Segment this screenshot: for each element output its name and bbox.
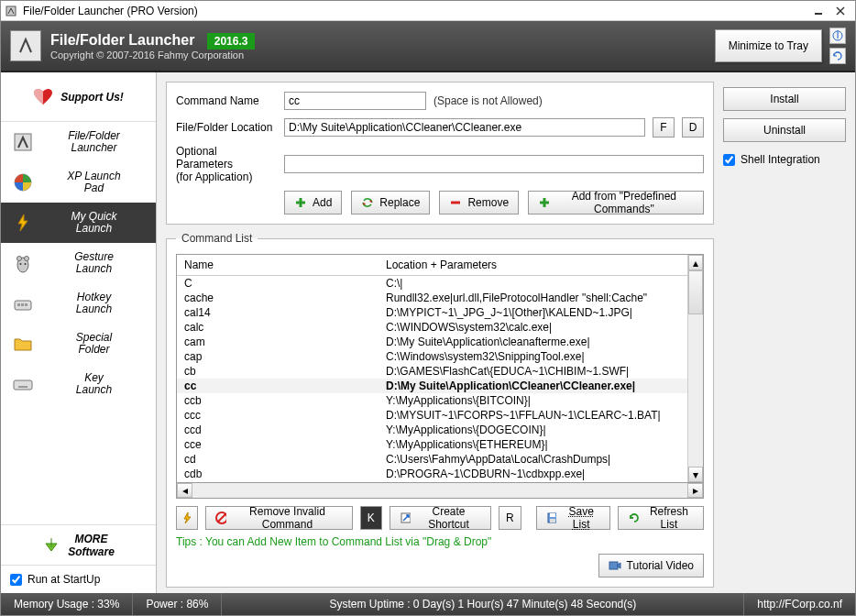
svg-rect-17 — [14, 380, 32, 390]
version-badge: 2016.3 — [207, 33, 256, 50]
svg-rect-15 — [21, 303, 24, 306]
run-at-startup-checkbox[interactable] — [10, 574, 22, 586]
replace-icon — [361, 196, 374, 209]
command-form: Command Name (Space is not Allowed) File… — [166, 82, 714, 225]
close-button[interactable] — [829, 3, 851, 19]
remove-invalid-button[interactable]: Remove Invalid Command — [205, 506, 352, 530]
table-row[interactable]: cccD:\MYSUIT~1\FCORPS~1\FFLAUN~1\CLEARC~… — [177, 408, 687, 423]
sidebar-item-label: Gesture Launch — [43, 251, 145, 275]
table-row[interactable]: CC:\| — [177, 276, 687, 292]
horizontal-scrollbar[interactable]: ◂ ▸ — [176, 483, 704, 499]
status-memory: Memory Usage : 33% — [1, 593, 133, 615]
save-icon — [546, 512, 557, 524]
tutorial-video-button[interactable]: Tutorial Video — [598, 554, 704, 578]
table-row[interactable]: cdbD:\PROGRA~1\CDBURN~1\cdbxpp.exe| — [177, 467, 687, 481]
copyright-text: Copyright © 2007-2016 Fahmy Corporation — [50, 50, 715, 60]
col-header-location[interactable]: Location + Parameters — [379, 255, 687, 276]
status-uptime: System Uptime : 0 Day(s) 1 Hour(s) 47 Mi… — [222, 593, 744, 615]
heart-icon — [33, 88, 53, 106]
add-button[interactable]: Add — [284, 191, 342, 214]
sidebar-item-label: Hotkey Launch — [43, 292, 145, 315]
run-at-startup-label: Run at StartUp — [27, 573, 100, 586]
plus-icon — [294, 196, 307, 209]
table-row[interactable]: calcC:\WINDOWS\system32\calc.exe| — [177, 320, 687, 335]
browse-folder-button[interactable]: D — [682, 117, 704, 138]
sidebar-item-xp-launch-pad[interactable]: XP Launch Pad — [1, 162, 156, 203]
info-icon[interactable]: i — [829, 28, 846, 44]
scroll-up-arrow[interactable]: ▴ — [688, 255, 703, 270]
refresh-icon[interactable] — [829, 48, 846, 64]
params-input[interactable] — [284, 155, 704, 173]
table-row[interactable]: ccdY:\MyApplications\{DOGECOIN}| — [177, 423, 687, 437]
svg-rect-14 — [17, 303, 20, 306]
sidebar-item-hotkey-launch[interactable]: Hotkey Launch — [1, 283, 156, 324]
create-shortcut-button[interactable]: Create Shortcut — [390, 506, 491, 530]
svg-rect-22 — [18, 386, 27, 388]
install-button[interactable]: Install — [723, 87, 846, 111]
command-name-label: Command Name — [176, 94, 277, 107]
sidebar-item-label: File/Folder Launcher — [43, 130, 145, 154]
browse-file-button[interactable]: F — [653, 117, 675, 138]
table-row[interactable]: cceY:\MyApplications\{ETHEREUM}| — [177, 437, 687, 452]
sidebar-item-my-quick-launch[interactable]: My Quick Launch — [1, 203, 156, 243]
minimize-to-tray-button[interactable]: Minimize to Tray — [715, 29, 822, 62]
status-url: http://FCorp.co.nf — [744, 593, 855, 615]
keyboard-icon — [12, 373, 34, 395]
more-label: MORE Software — [68, 533, 115, 558]
location-input[interactable] — [284, 118, 645, 137]
params-label: Optional Parameters (for Application) — [176, 145, 277, 183]
support-us-button[interactable]: Support Us! — [1, 72, 156, 122]
svg-point-10 — [25, 257, 29, 261]
sidebar-item-gesture-launch[interactable]: Gesture Launch — [1, 243, 156, 283]
command-list-legend: Command List — [176, 232, 258, 245]
status-power: Power : 86% — [133, 593, 222, 615]
scroll-right-arrow[interactable]: ▸ — [687, 483, 703, 498]
replace-button[interactable]: Replace — [351, 191, 430, 214]
table-row[interactable]: camD:\My Suite\Application\cleanafterme.… — [177, 335, 687, 349]
table-row[interactable]: ccbY:\MyApplications\{BITCOIN}| — [177, 393, 687, 408]
sidebar-item-file-folder-launcher[interactable]: File/Folder Launcher — [1, 122, 156, 162]
window-title: File/Folder Launcher (PRO Version) — [23, 5, 807, 17]
folder-icon — [12, 333, 34, 355]
command-name-hint: (Space is not Allowed) — [433, 94, 543, 107]
sidebar-item-label: XP Launch Pad — [43, 170, 145, 194]
sidebar: Support Us! File/Folder Launcher XP Laun… — [1, 72, 157, 593]
launcher-icon — [12, 131, 34, 153]
table-row[interactable]: ccD:\My Suite\Application\CCleaner\CClea… — [177, 379, 687, 393]
vertical-scrollbar[interactable]: ▴ ▾ — [687, 255, 703, 482]
tips-text: Tips : You can Add New Item to Command L… — [176, 535, 704, 548]
scroll-down-arrow[interactable]: ▾ — [688, 467, 703, 482]
app-title: File/Folder Launcher — [50, 32, 194, 49]
table-row[interactable]: cal14D:\MYPICT~1\_JPG_J~1\[Other]\KALEND… — [177, 305, 687, 320]
command-name-input[interactable] — [284, 92, 426, 110]
minimize-button[interactable] — [807, 3, 829, 19]
scroll-thumb[interactable] — [688, 270, 703, 314]
col-header-name[interactable]: Name — [177, 255, 379, 276]
sidebar-item-special-folder[interactable]: Special Folder — [1, 324, 156, 364]
refresh-list-button[interactable]: Refresh List — [618, 506, 704, 530]
scroll-left-arrow[interactable]: ◂ — [177, 483, 192, 498]
lightning-action-button[interactable] — [176, 506, 198, 530]
table-row[interactable]: cfC:\Program Files\Cyberfox\Cyberfox.exe… — [177, 481, 687, 482]
k-button[interactable]: K — [360, 506, 382, 530]
r-button[interactable]: R — [499, 506, 521, 530]
table-row[interactable]: cdC:\Users\Fahmy\AppData\Local\CrashDump… — [177, 452, 687, 467]
svg-point-9 — [17, 257, 22, 261]
lightning-icon — [12, 212, 34, 234]
command-list-group: Command List Name Location + Parameters … — [166, 232, 714, 588]
table-row[interactable]: capC:\Windows\system32\SnippingTool.exe| — [177, 349, 687, 364]
remove-button[interactable]: Remove — [439, 191, 519, 214]
save-list-button[interactable]: Save List — [536, 506, 610, 530]
command-list-table[interactable]: Name Location + Parameters CC:\|cacheRun… — [177, 255, 687, 482]
shell-integration-checkbox[interactable] — [723, 154, 735, 166]
svg-text:i: i — [837, 30, 840, 41]
mouse-icon — [12, 252, 34, 274]
lightning-icon — [181, 512, 193, 524]
add-predefined-button[interactable]: Add from "Predefined Commands" — [528, 191, 704, 214]
table-row[interactable]: cbD:\GAMES\FlashCat\{EDUCA~1\CHIBIM~1.SW… — [177, 364, 687, 379]
minus-icon — [449, 196, 462, 209]
sidebar-item-key-launch[interactable]: Key Launch — [1, 364, 156, 404]
table-row[interactable]: cacheRundll32.exe|url.dll,FileProtocolHa… — [177, 291, 687, 305]
uninstall-button[interactable]: Uninstall — [723, 118, 846, 142]
more-software-button[interactable]: MORE Software — [1, 524, 156, 565]
